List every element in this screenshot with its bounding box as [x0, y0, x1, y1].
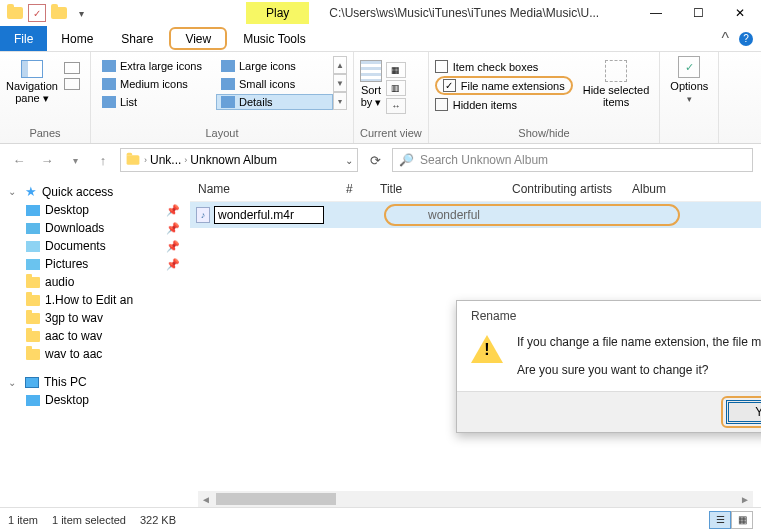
file-row[interactable]: wonderful	[190, 202, 761, 228]
breadcrumb-dropdown-icon[interactable]: ⌄	[345, 155, 353, 166]
column-headers: Name # Title Contributing artists Album	[190, 176, 761, 202]
up-button[interactable]: ↑	[92, 149, 114, 171]
refresh-button[interactable]: ⟳	[364, 149, 386, 171]
minimize-button[interactable]: —	[635, 0, 677, 26]
qat-dropdown-icon[interactable]: ▾	[72, 4, 90, 22]
breadcrumb[interactable]: › Unk... › Unknown Album ⌄	[120, 148, 358, 172]
column-contributing-artists[interactable]: Contributing artists	[504, 182, 624, 196]
details-pane-button[interactable]	[64, 78, 80, 90]
preview-pane-button[interactable]	[64, 62, 80, 74]
view-details-toggle[interactable]: ☰	[709, 511, 731, 529]
group-by-button[interactable]: ▦	[386, 62, 406, 78]
tab-file[interactable]: File	[0, 26, 47, 51]
tree-quick-access[interactable]: ⌄★Quick access	[8, 182, 186, 201]
pin-icon: 📌	[166, 258, 186, 271]
hide-selected-items-button[interactable]: Hide selected items	[579, 60, 654, 111]
search-placeholder: Search Unknown Album	[420, 153, 548, 167]
search-icon: 🔍	[399, 153, 414, 167]
dialog-message-1: If you change a file name extension, the…	[517, 335, 761, 349]
tree-audio[interactable]: audio	[8, 273, 186, 291]
column-number[interactable]: #	[338, 182, 372, 196]
sort-icon	[360, 60, 382, 82]
breadcrumb-segment[interactable]: Unknown Album	[190, 153, 277, 167]
tree-desktop[interactable]: Desktop📌	[8, 201, 186, 219]
tree-3gp[interactable]: 3gp to wav	[8, 309, 186, 327]
size-columns-button[interactable]: ↔	[386, 98, 406, 114]
recent-locations-icon[interactable]: ▾	[64, 149, 86, 171]
status-bar: 1 item 1 item selected 322 KB ☰ ▦	[0, 507, 761, 531]
column-name[interactable]: Name	[190, 182, 338, 196]
tab-home[interactable]: Home	[47, 26, 107, 51]
tree-documents[interactable]: Documents📌	[8, 237, 186, 255]
main-area: ⌄★Quick access Desktop📌 Downloads📌 Docum…	[0, 176, 761, 476]
file-title-cell: wonderful	[428, 208, 480, 222]
back-button[interactable]: ←	[8, 149, 30, 171]
breadcrumb-segment[interactable]: Unk...	[150, 153, 181, 167]
address-bar: ← → ▾ ↑ › Unk... › Unknown Album ⌄ ⟳ 🔍 S…	[0, 144, 761, 176]
forward-button[interactable]: →	[36, 149, 58, 171]
help-icon[interactable]: ?	[739, 32, 753, 46]
folder-icon	[127, 155, 140, 165]
layout-scroll-down[interactable]: ▼	[333, 74, 347, 92]
tree-aac[interactable]: aac to wav	[8, 327, 186, 345]
tree-desktop-pc[interactable]: Desktop	[8, 391, 186, 409]
hidden-items-toggle[interactable]: Hidden items	[435, 98, 573, 111]
tree-this-pc[interactable]: ⌄This PC	[8, 373, 186, 391]
rename-input[interactable]	[214, 206, 324, 224]
column-album[interactable]: Album	[624, 182, 761, 196]
scroll-thumb[interactable]	[216, 493, 336, 505]
group-label-current-view: Current view	[360, 127, 422, 141]
window-controls: — ☐ ✕	[635, 0, 761, 26]
dialog-message-2: Are you sure you want to change it?	[517, 363, 761, 377]
close-button[interactable]: ✕	[719, 0, 761, 26]
status-size: 322 KB	[140, 514, 176, 526]
window-title-path: C:\Users\ws\Music\iTunes\iTunes Media\Mu…	[309, 6, 635, 20]
contextual-tab-play[interactable]: Play	[246, 2, 309, 24]
file-list: Name # Title Contributing artists Album …	[190, 176, 761, 476]
group-label-panes: Panes	[0, 127, 90, 141]
warning-icon: !	[471, 335, 503, 363]
rename-dialog: Rename ! If you change a file name exten…	[456, 300, 761, 433]
add-columns-button[interactable]: ▥	[386, 80, 406, 96]
quick-access-toolbar: ✓ ▾	[0, 4, 96, 22]
ribbon: Navigation pane ▾ Panes Extra large icon…	[0, 52, 761, 144]
chevron-right-icon[interactable]: ›	[144, 155, 147, 165]
options-button[interactable]: Options ▾	[666, 56, 712, 104]
search-input[interactable]: 🔍 Search Unknown Album	[392, 148, 753, 172]
layout-large-icons[interactable]: Large icons	[216, 58, 333, 74]
folder-icon[interactable]	[50, 4, 68, 22]
sort-by-button[interactable]: Sort by ▾	[360, 60, 382, 114]
tab-view[interactable]: View	[169, 27, 227, 50]
maximize-button[interactable]: ☐	[677, 0, 719, 26]
annotation-highlight-yes: Yes	[721, 396, 761, 428]
view-thumbnails-toggle[interactable]: ▦	[731, 511, 753, 529]
yes-button[interactable]: Yes	[726, 400, 761, 424]
layout-scroll-more[interactable]: ▾	[333, 92, 347, 110]
tree-wav[interactable]: wav to aac	[8, 345, 186, 363]
layout-list[interactable]: List	[97, 94, 214, 110]
file-name-extensions-toggle[interactable]: ✓File name extensions	[435, 76, 573, 95]
tree-downloads[interactable]: Downloads📌	[8, 219, 186, 237]
qat-properties-icon[interactable]: ✓	[28, 4, 46, 22]
tree-pictures[interactable]: Pictures📌	[8, 255, 186, 273]
scroll-right-icon[interactable]: ►	[737, 491, 753, 507]
item-check-boxes-toggle[interactable]: Item check boxes	[435, 60, 573, 73]
navigation-tree: ⌄★Quick access Desktop📌 Downloads📌 Docum…	[0, 176, 190, 476]
scroll-left-icon[interactable]: ◄	[198, 491, 214, 507]
column-title[interactable]: Title	[372, 182, 504, 196]
tab-share[interactable]: Share	[107, 26, 167, 51]
pin-icon: 📌	[166, 240, 186, 253]
layout-scroll-up[interactable]: ▲	[333, 56, 347, 74]
horizontal-scrollbar[interactable]: ◄ ►	[198, 491, 753, 507]
ribbon-collapse-icon[interactable]: ^	[721, 30, 729, 48]
layout-extra-large-icons[interactable]: Extra large icons	[97, 58, 214, 74]
layout-details[interactable]: Details	[216, 94, 333, 110]
tree-howto[interactable]: 1.How to Edit an	[8, 291, 186, 309]
chevron-right-icon[interactable]: ›	[184, 155, 187, 165]
ribbon-tabs: File Home Share View Music Tools ^ ?	[0, 26, 761, 52]
layout-medium-icons[interactable]: Medium icons	[97, 76, 214, 92]
tab-music-tools[interactable]: Music Tools	[229, 26, 319, 51]
folder-icon	[6, 4, 24, 22]
status-selected: 1 item selected	[52, 514, 126, 526]
layout-small-icons[interactable]: Small icons	[216, 76, 333, 92]
